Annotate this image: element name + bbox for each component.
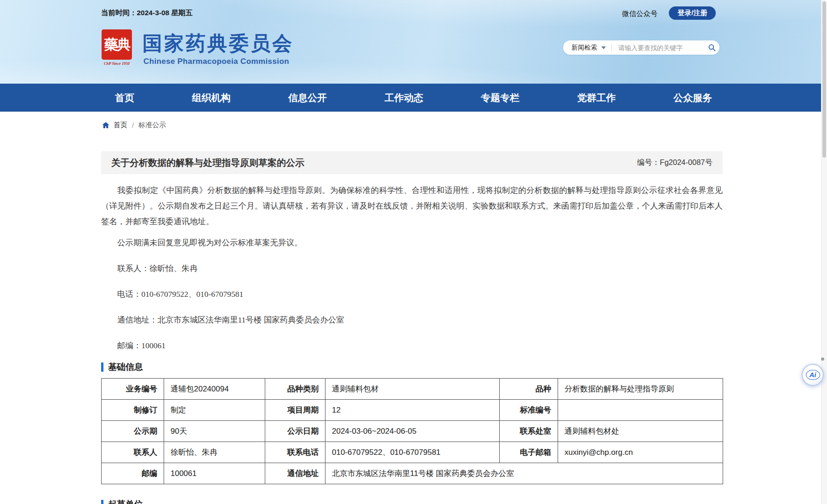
- basic-info-section-header: 基础信息: [101, 362, 723, 373]
- table-value-cell: 徐昕怡、朱冉: [164, 442, 265, 463]
- paragraph-phone: 电话：010-67079522、010-67079581: [101, 286, 723, 302]
- breadcrumb-home[interactable]: 首页: [114, 121, 127, 130]
- search-input[interactable]: [617, 44, 704, 52]
- basic-info-table: 业务编号 通辅包20240094 品种类别 通则辅料包材 品种 分析数据的解释与…: [101, 378, 723, 484]
- search-button[interactable]: [704, 40, 719, 55]
- site-title-en: Chinese Pharmacopoeia Commission: [143, 57, 289, 66]
- paragraph-zipcode: 邮编：100061: [101, 338, 723, 353]
- table-label-cell: 联系电话: [265, 442, 325, 463]
- main-navigation: 首页 组织机构 信息公开 工作动态 专题专栏 党群工作 公众服务: [0, 84, 827, 112]
- home-icon[interactable]: [102, 121, 110, 129]
- breadcrumb: 首页 / 标准公示: [102, 121, 166, 130]
- table-value-cell: 通辅包20240094: [164, 379, 265, 400]
- table-value-cell: 010-67079522、010-67079581: [325, 442, 500, 463]
- table-label-cell: 通信地址: [265, 463, 325, 484]
- seal-caption: ChP Since 1950: [100, 61, 133, 66]
- search-bar[interactable]: 新闻检索: [563, 40, 719, 55]
- wechat-link[interactable]: 微信公众号: [622, 9, 658, 19]
- table-label-cell: 项目周期: [265, 400, 325, 421]
- table-label-cell: 联系人: [102, 442, 164, 463]
- table-value-cell: 通则辅料包材: [325, 379, 500, 400]
- table-value-cell: 制定: [164, 400, 265, 421]
- paragraph-deadline: 公示期满未回复意见即视为对公示标准草案无异议。: [101, 235, 723, 250]
- table-value-cell: 分析数据的解释与处理指导原则: [558, 379, 723, 400]
- table-row: 业务编号 通辅包20240094 品种类别 通则辅料包材 品种 分析数据的解释与…: [102, 379, 723, 400]
- nav-item-org[interactable]: 组织机构: [192, 84, 231, 112]
- table-label-cell: 品种: [500, 379, 558, 400]
- ai-widget-dot: [821, 357, 824, 361]
- article-title-bar: 关于分析数据的解释与处理指导原则草案的公示 编号：Fg2024-0087号: [101, 151, 723, 174]
- table-label-cell: 品种类别: [265, 379, 325, 400]
- table-value-cell: [558, 400, 723, 421]
- table-row: 邮编 100061 通信地址 北京市东城区法华南里11号楼 国家药典委员会办公室: [102, 463, 723, 484]
- table-row: 公示期 90天 公示日期 2024-03-06~2024-06-05 联系处室 …: [102, 421, 723, 442]
- current-time-label: 当前时间：2024-3-08 星期五: [101, 8, 193, 18]
- table-label-cell: 邮编: [102, 463, 164, 484]
- table-label-cell: 公示期: [102, 421, 164, 442]
- section-accent-bar: [101, 500, 103, 504]
- scrollbar[interactable]: [821, 0, 827, 504]
- article-title: 关于分析数据的解释与处理指导原则草案的公示: [111, 157, 304, 169]
- table-value-cell: 2024-03-06~2024-06-05: [325, 421, 500, 442]
- paragraph-intro: 我委拟制定《中国药典》分析数据的解释与处理指导原则。为确保标准的科学性、合理性和…: [101, 182, 723, 229]
- paragraph-contact: 联系人：徐昕怡、朱冉: [101, 260, 723, 276]
- nav-item-public[interactable]: 公众服务: [673, 84, 712, 112]
- scrollbar-thumb[interactable]: [822, 1, 826, 158]
- table-value-cell: 通则辅料包材处: [558, 421, 723, 442]
- table-label-cell: 公示日期: [265, 421, 325, 442]
- login-register-button[interactable]: 登录/注册: [669, 6, 716, 20]
- ai-assistant-button[interactable]: Ai: [802, 364, 824, 386]
- search-icon: [707, 43, 716, 52]
- table-label-cell: 联系处室: [500, 421, 558, 442]
- nav-item-party[interactable]: 党群工作: [577, 84, 616, 112]
- table-label-cell: 制修订: [102, 400, 164, 421]
- table-label-cell: 电子邮箱: [500, 442, 558, 463]
- basic-info-title: 基础信息: [108, 361, 143, 373]
- table-value-cell: 100061: [164, 463, 265, 484]
- seal-characters: 藥典: [104, 35, 129, 54]
- document-number: 编号：Fg2024-0087号: [637, 158, 713, 168]
- table-value-cell: 北京市东城区法华南里11号楼 国家药典委员会办公室: [325, 463, 723, 484]
- table-value-cell: 90天: [164, 421, 265, 442]
- table-row: 制修订 制定 项目周期 12 标准编号: [102, 400, 723, 421]
- nav-item-work[interactable]: 工作动态: [385, 84, 423, 112]
- drafting-unit-title: 起草单位: [108, 498, 143, 504]
- table-label-cell: 标准编号: [500, 400, 558, 421]
- nav-item-home[interactable]: 首页: [115, 84, 134, 112]
- chp-seal-logo: 藥典: [102, 29, 132, 60]
- table-row: 联系人 徐昕怡、朱冉 联系电话 010-67079522、010-6707958…: [102, 442, 723, 463]
- breadcrumb-separator: /: [132, 121, 134, 129]
- drafting-unit-section-header: 起草单位: [101, 499, 723, 504]
- section-accent-bar: [101, 362, 103, 372]
- article-content: 关于分析数据的解释与处理指导原则草案的公示 编号：Fg2024-0087号 我委…: [101, 151, 723, 504]
- table-label-cell: 业务编号: [102, 379, 164, 400]
- table-value-cell: xuxinyi@chp.org.cn: [558, 442, 723, 463]
- site-title-cn: 国家药典委员会: [143, 30, 294, 57]
- paragraph-address: 通信地址：北京市东城区法华南里11号楼 国家药典委员会办公室: [101, 312, 723, 328]
- search-category-dropdown[interactable]: 新闻检索: [571, 44, 597, 52]
- breadcrumb-current[interactable]: 标准公示: [138, 121, 166, 130]
- table-value-cell: 12: [325, 400, 500, 421]
- chevron-down-icon[interactable]: [601, 46, 606, 49]
- ai-icon: Ai: [806, 370, 820, 380]
- nav-item-info[interactable]: 信息公开: [288, 84, 327, 112]
- search-divider: [611, 44, 612, 51]
- nav-item-special[interactable]: 专题专栏: [481, 84, 519, 112]
